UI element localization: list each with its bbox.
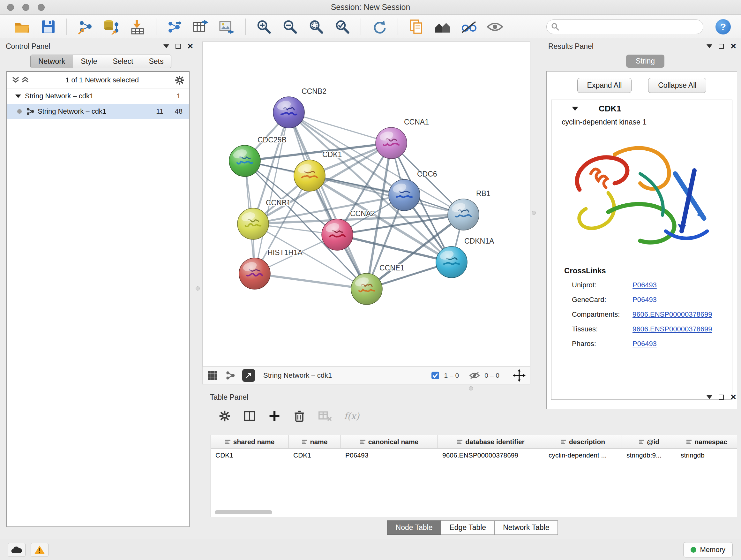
table-cell[interactable]: P06493 bbox=[341, 449, 438, 462]
close-panel-icon[interactable]: ✕ bbox=[730, 43, 737, 50]
column-header-description[interactable]: description bbox=[544, 435, 622, 448]
add-column-plus-icon[interactable] bbox=[268, 410, 281, 422]
column-header-shared-name[interactable]: shared name bbox=[211, 435, 289, 448]
open-session-button[interactable] bbox=[13, 18, 30, 36]
tab-network[interactable]: Network bbox=[30, 55, 73, 68]
help-button[interactable]: ? bbox=[716, 19, 731, 35]
node-CDC6[interactable]: CDC6 bbox=[389, 170, 437, 211]
zoom-selected-button[interactable] bbox=[334, 18, 351, 36]
column-header-namespac[interactable]: namespac bbox=[676, 435, 737, 448]
collapse-all-button[interactable]: Collapse All bbox=[648, 78, 706, 93]
splitter-grip[interactable] bbox=[532, 211, 536, 215]
hidden-eye-slash-icon[interactable] bbox=[469, 371, 480, 380]
new-network-from-selection-button[interactable] bbox=[166, 18, 183, 36]
warnings-button[interactable] bbox=[30, 543, 49, 557]
network-graph[interactable]: CCNB2CCNA1CDC25BCDK1CDC6RB1CCNB1CCNA2CDK… bbox=[203, 42, 531, 367]
splitter-grip[interactable] bbox=[469, 386, 473, 390]
collapse-all-chevrons-icon[interactable] bbox=[20, 75, 30, 85]
table-cell[interactable]: 9606.ENSP00000378699 bbox=[438, 449, 544, 462]
table-cell[interactable]: stringdb bbox=[676, 449, 737, 462]
show-columns-icon[interactable] bbox=[243, 410, 256, 422]
float-panel-icon[interactable] bbox=[176, 44, 181, 49]
node-CCNB2[interactable]: CCNB2 bbox=[273, 87, 327, 128]
table-cell[interactable]: cyclin-dependent ... bbox=[544, 449, 622, 462]
close-panel-icon[interactable]: ✕ bbox=[187, 43, 193, 50]
collapse-panel-icon[interactable] bbox=[706, 395, 712, 399]
save-session-button[interactable] bbox=[40, 18, 57, 36]
section-collapse-icon[interactable] bbox=[572, 107, 578, 111]
tab-network-table[interactable]: Network Table bbox=[494, 520, 558, 535]
memory-button[interactable]: Memory bbox=[683, 542, 733, 557]
gear-icon[interactable] bbox=[174, 75, 185, 85]
table-settings-gear-icon[interactable] bbox=[218, 410, 231, 422]
collapse-panel-icon[interactable] bbox=[706, 44, 712, 48]
show-eye-button[interactable] bbox=[486, 18, 503, 36]
node-table-row[interactable]: CDK1CDK1P064939606.ENSP00000378699cyclin… bbox=[211, 449, 737, 462]
close-panel-icon[interactable]: ✕ bbox=[730, 393, 737, 401]
node-CCNA1[interactable]: CCNA1 bbox=[376, 118, 429, 159]
splitter-grip[interactable] bbox=[196, 287, 200, 291]
crosslink-link-genecard[interactable]: P06493 bbox=[632, 296, 657, 304]
zoom-in-button[interactable] bbox=[255, 18, 273, 36]
tab-style[interactable]: Style bbox=[73, 55, 105, 68]
minimize-window-button[interactable] bbox=[22, 4, 29, 11]
zoom-out-button[interactable] bbox=[281, 18, 299, 36]
maximize-window-button[interactable] bbox=[38, 4, 45, 11]
copy-documents-button[interactable] bbox=[408, 18, 425, 36]
open-in-window-button[interactable] bbox=[242, 369, 255, 382]
float-panel-icon[interactable] bbox=[719, 395, 724, 400]
import-network-database-button[interactable] bbox=[103, 18, 120, 36]
crosslink-link-uniprot[interactable]: P06493 bbox=[632, 281, 657, 289]
tab-sets[interactable]: Sets bbox=[141, 55, 172, 68]
close-window-button[interactable] bbox=[7, 4, 14, 11]
hide-glasses-button[interactable] bbox=[460, 18, 477, 36]
home-button[interactable] bbox=[434, 18, 451, 36]
table-cell[interactable]: CDK1 bbox=[211, 449, 289, 462]
network-row-selected[interactable]: String Network – cdk1 11 48 bbox=[7, 104, 189, 119]
graph-share-icon[interactable] bbox=[226, 371, 235, 380]
zoom-fit-button[interactable] bbox=[308, 18, 325, 36]
crosslink-link-tissues[interactable]: 9606.ENSP00000378699 bbox=[632, 325, 712, 333]
collapse-panel-icon[interactable] bbox=[163, 44, 169, 48]
export-image-button[interactable] bbox=[218, 18, 235, 36]
search-input[interactable] bbox=[559, 23, 693, 31]
tab-select[interactable]: Select bbox=[105, 55, 141, 68]
cloud-status-button[interactable] bbox=[8, 543, 25, 557]
column-header-@id[interactable]: @id bbox=[622, 435, 676, 448]
node-CDKN1A[interactable]: CDKN1A bbox=[436, 237, 494, 278]
tab-string[interactable]: String bbox=[626, 55, 664, 68]
column-header-canonical-name[interactable]: canonical name bbox=[341, 435, 438, 448]
protein-section-header[interactable]: CDK1 bbox=[551, 100, 732, 117]
tab-node-table[interactable]: Node Table bbox=[387, 520, 441, 535]
column-header-database-identifier[interactable]: database identifier bbox=[438, 435, 544, 448]
refresh-button[interactable] bbox=[371, 18, 388, 36]
edge-CCNB2-CCNE1[interactable] bbox=[289, 112, 367, 289]
import-table-button[interactable] bbox=[129, 18, 146, 36]
birdseye-grid-icon[interactable] bbox=[207, 370, 218, 381]
node-CDK1[interactable]: CDK1 bbox=[294, 150, 342, 191]
edge-HIST1H1A-CCNE1[interactable] bbox=[255, 273, 367, 289]
expand-all-chevrons-icon[interactable] bbox=[11, 75, 20, 85]
control-panel-title: Control Panel bbox=[6, 42, 50, 51]
expand-all-button[interactable]: Expand All bbox=[577, 78, 632, 93]
table-cell[interactable]: stringdb:9... bbox=[622, 449, 676, 462]
column-header-name[interactable]: name bbox=[289, 435, 341, 448]
float-panel-icon[interactable] bbox=[719, 44, 724, 49]
node-label-HIST1H1A: HIST1H1A bbox=[267, 248, 303, 257]
table-horizontal-scrollbar[interactable] bbox=[215, 510, 272, 514]
import-network-file-button[interactable] bbox=[77, 18, 94, 36]
tab-edge-table[interactable]: Edge Table bbox=[441, 520, 495, 535]
network-view-canvas[interactable]: CCNB2CCNA1CDC25BCDK1CDC6RB1CCNB1CCNA2CDK… bbox=[202, 42, 530, 367]
tree-expand-icon[interactable] bbox=[15, 93, 22, 99]
table-cell[interactable]: CDK1 bbox=[289, 449, 341, 462]
crosslink-link-compartments[interactable]: 9606.ENSP00000378699 bbox=[632, 310, 712, 319]
node-RB1[interactable]: RB1 bbox=[448, 189, 490, 230]
delete-column-trash-icon[interactable] bbox=[293, 410, 306, 422]
crosslink-link-pharos[interactable]: P06493 bbox=[632, 340, 657, 348]
search-box[interactable] bbox=[546, 19, 703, 34]
pan-crosshair-icon[interactable] bbox=[513, 369, 526, 382]
network-collection-row[interactable]: String Network – cdk1 1 bbox=[7, 88, 189, 104]
selected-nodes-checkbox-icon[interactable] bbox=[431, 371, 440, 380]
node-HIST1H1A[interactable]: HIST1H1A bbox=[239, 248, 303, 289]
export-table-button[interactable] bbox=[192, 18, 209, 36]
